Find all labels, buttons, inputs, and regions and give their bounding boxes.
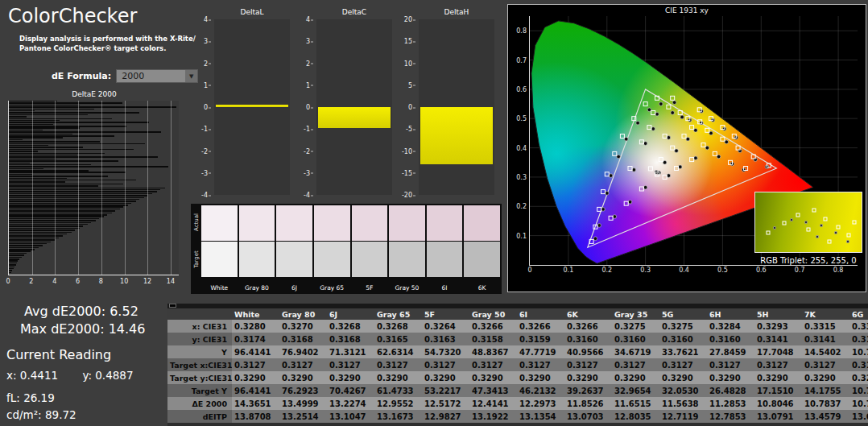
y-tick-label: 20 xyxy=(404,16,412,23)
fl-value: 26.19 xyxy=(23,391,55,404)
cell: 12.2973 xyxy=(517,397,564,410)
column-header: 6I xyxy=(517,308,564,320)
fl-label: fL: xyxy=(6,391,20,404)
cell: 0.3141 xyxy=(754,333,802,345)
measured-marker xyxy=(667,136,671,140)
cell: 47.7719 xyxy=(517,345,564,358)
swatch-label: 6K xyxy=(464,284,500,292)
actual-swatch xyxy=(201,205,238,241)
cell: 70.4267 xyxy=(327,384,374,397)
delta-bar xyxy=(216,105,288,107)
column-header: Gray 35 xyxy=(612,308,659,320)
cell: 0.3290 xyxy=(659,371,707,384)
cell: 0.3127 xyxy=(469,358,517,371)
cell: 0.3127 xyxy=(754,358,802,371)
cell: 10.7837 xyxy=(802,397,849,410)
column-header: Gray 50 xyxy=(469,308,517,320)
results-table: WhiteGray 806JGray 655FGray 506I6KGray 3… xyxy=(167,304,868,426)
cell: 0.3268 xyxy=(327,320,374,333)
actual-swatch xyxy=(276,205,312,241)
max-de2000-label: Max dE2000: xyxy=(20,321,105,337)
actual-swatch xyxy=(464,205,500,241)
y-tick-label: 0 xyxy=(204,104,208,111)
measured-marker xyxy=(655,113,659,117)
target-swatch xyxy=(314,242,350,277)
max-de2000-value: 14.46 xyxy=(109,321,146,337)
cell: 32.0530 xyxy=(659,384,707,397)
swatch-label: Gray 65 xyxy=(314,284,350,292)
current-reading-label: Current Reading xyxy=(6,347,111,362)
cell: 0.3266 xyxy=(564,320,612,333)
measured-marker xyxy=(804,221,808,224)
table-row: ΔE 200014.365113.499913.227412.955212.51… xyxy=(167,397,868,410)
actual-row-label: Actual xyxy=(193,213,200,231)
y-value: 0.4887 xyxy=(95,369,133,382)
cell: 11.2853 xyxy=(707,397,754,410)
target-marker xyxy=(828,239,832,243)
row-label: dEITP xyxy=(167,410,232,423)
row-label: Target y:CIE31 xyxy=(167,371,232,384)
swatch-label: Gray 80 xyxy=(239,284,275,292)
column-header: Gray 65 xyxy=(374,308,422,320)
measured-marker xyxy=(816,235,819,238)
cell: 0.3159 xyxy=(517,333,564,345)
measured-marker xyxy=(834,231,837,234)
delta-bar xyxy=(318,107,391,128)
actual-swatch xyxy=(427,205,463,241)
cdm2-reading: cd/m²: 89.72 xyxy=(6,408,76,421)
y-axis-ticks: 20151050-5-10-15-20 xyxy=(403,19,415,195)
column-header: 5F xyxy=(422,308,469,320)
cell: 13.8708 xyxy=(232,410,279,423)
de-formula-value: 2000 xyxy=(122,71,144,81)
de-formula-select[interactable]: 2000 ▼ xyxy=(116,69,198,83)
cell: 0.3290 xyxy=(374,371,422,384)
cell: 13.0791 xyxy=(754,410,802,423)
measured-marker xyxy=(717,155,721,159)
x-tick-label: 12 xyxy=(143,278,151,285)
cell: 0.3168 xyxy=(279,333,327,345)
deltac-chart: DeltaC 43210-1-2-3-4 xyxy=(300,8,394,200)
measured-marker xyxy=(628,201,632,205)
y-tick-label: -1 xyxy=(201,126,208,133)
row-label: Target Y xyxy=(167,384,232,397)
swatch-column: Gray 65 xyxy=(314,204,350,294)
y-tick-label: -15 xyxy=(402,169,412,176)
y-tick-label: -3 xyxy=(201,169,208,176)
cell: 96.4141 xyxy=(232,384,279,397)
cell: 12.8035 xyxy=(612,410,659,423)
swatch-column: Gray 80 xyxy=(239,204,275,294)
table-top-strip xyxy=(167,304,868,308)
measured-marker xyxy=(624,137,628,141)
measured-marker xyxy=(667,174,671,178)
cell: 10.8046 xyxy=(754,397,802,410)
cell: 0.3160 xyxy=(707,333,754,345)
measured-marker xyxy=(632,168,636,172)
cie-title: CIE 1931 xy xyxy=(508,6,866,14)
y-tick-label: 0.3 xyxy=(516,173,527,180)
column-header: 6H xyxy=(707,308,754,320)
cell: 13.2514 xyxy=(279,410,327,423)
chart-title: DeltaC xyxy=(316,8,392,16)
column-header: 7K xyxy=(802,308,849,320)
cell: 0.3290 xyxy=(849,371,868,384)
measured-marker xyxy=(659,102,663,106)
cell: 0.3174 xyxy=(232,333,279,345)
x-tick-label: 0 xyxy=(527,267,531,274)
measured-marker xyxy=(725,140,729,144)
cell: 0.3266 xyxy=(469,320,517,333)
measured-marker xyxy=(617,155,621,159)
cell: 61.4733 xyxy=(374,384,422,397)
cell: 0.3160 xyxy=(612,333,659,345)
measured-marker xyxy=(613,215,617,219)
chevron-down-icon[interactable]: ▼ xyxy=(185,70,197,82)
current-xy: x: 0.4411 y: 0.4887 xyxy=(6,369,134,382)
cell: 12.9552 xyxy=(374,397,422,410)
cell: 0.3168 xyxy=(327,333,374,345)
cell: 12.4141 xyxy=(469,397,517,410)
x-value: 0.4411 xyxy=(20,369,58,382)
x-tick-label: 0 xyxy=(6,278,10,285)
cell: 0.3158 xyxy=(469,333,517,345)
x-tick-label: 0.6 xyxy=(756,267,767,274)
plot-area xyxy=(316,19,392,195)
x-tick-label: 10 xyxy=(120,278,128,285)
